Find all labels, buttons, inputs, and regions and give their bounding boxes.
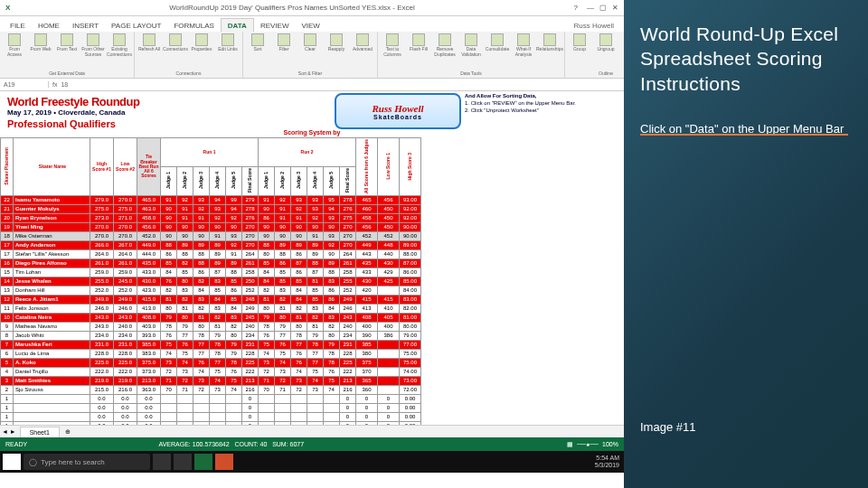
tab-page-layout[interactable]: PAGE LAYOUT bbox=[105, 19, 167, 32]
table-row[interactable]: 3Matt Smithies219.0219.0213.071727374752… bbox=[1, 377, 421, 386]
ribbon-button[interactable] bbox=[8, 33, 21, 46]
tab-view[interactable]: VIEW bbox=[295, 19, 326, 32]
clock-time: 5:54 AM bbox=[595, 455, 619, 462]
fx-icon[interactable]: fx bbox=[49, 81, 61, 88]
ribbon-button[interactable] bbox=[113, 33, 126, 46]
sheet-tab[interactable]: Sheet1 bbox=[20, 427, 60, 437]
task-icon[interactable] bbox=[174, 454, 192, 470]
table-row[interactable]: 10.00.00.000000.00 bbox=[1, 404, 421, 413]
table-row[interactable]: 10.00.00.000000.00 bbox=[1, 422, 421, 426]
ribbon-button[interactable] bbox=[491, 33, 504, 46]
ribbon-button-label: Filter bbox=[278, 46, 288, 52]
ribbon-button[interactable] bbox=[195, 33, 208, 46]
ribbon-button[interactable] bbox=[278, 33, 290, 46]
table-row[interactable]: 17Andy Anderson266.0267.0449.08889898992… bbox=[1, 241, 421, 250]
formula-bar[interactable]: A19 fx 18 bbox=[0, 79, 624, 91]
ribbon-button[interactable] bbox=[599, 33, 612, 46]
table-row[interactable]: 15Tim Lohan259.0259.0433.084858687882588… bbox=[1, 268, 421, 277]
ribbon-button[interactable] bbox=[439, 33, 451, 46]
ribbon-button[interactable] bbox=[330, 33, 343, 46]
zoom-slider[interactable]: ──●── bbox=[577, 441, 599, 447]
table-row[interactable]: 11Felix Jonsson246.0246.0413.08081828384… bbox=[1, 305, 421, 314]
sheet-tab-bar[interactable]: ◄ ► Sheet1 ⊕ bbox=[0, 425, 624, 437]
table-row[interactable]: 12Reece A. Jitiam1249.0249.0415.08182838… bbox=[1, 296, 421, 305]
ribbon-button[interactable] bbox=[143, 33, 156, 46]
status-count: COUNT: 40 bbox=[234, 441, 267, 447]
task-icon[interactable] bbox=[153, 454, 171, 470]
table-row[interactable]: 9Matheas Navarro243.0240.0403.0787980818… bbox=[1, 323, 421, 332]
table-row[interactable]: 5A. Koko225.0225.0375.073747677782257374… bbox=[1, 359, 421, 368]
ribbon-button[interactable] bbox=[573, 33, 586, 46]
table-row[interactable]: 7Marushka Feri231.0231.0385.075767778792… bbox=[1, 341, 421, 350]
ribbon-button-label: Refresh All bbox=[138, 46, 160, 52]
system-clock[interactable]: 5:54 AM 5/3/2019 bbox=[595, 455, 621, 468]
status-ready: READY bbox=[5, 441, 27, 447]
search-placeholder: Type here to search bbox=[41, 458, 105, 466]
ribbon-button-label: Existing Connections bbox=[107, 46, 132, 57]
table-row[interactable]: 13Donham Hill252.0252.0423.0828384858625… bbox=[1, 286, 421, 296]
ribbon-button-label: From Access bbox=[3, 46, 26, 57]
task-icon[interactable] bbox=[215, 454, 233, 470]
table-row[interactable]: 20Ryan Brynelson273.0271.0458.0909191929… bbox=[1, 214, 421, 223]
image-label: Image #11 bbox=[640, 420, 695, 434]
ribbon-button[interactable] bbox=[543, 33, 556, 46]
ribbon-button-label: Relationships bbox=[536, 46, 563, 52]
formula-value[interactable]: 18 bbox=[61, 81, 68, 88]
table-row[interactable]: 21Guenter Mokulys275.0275.0463.090919293… bbox=[1, 205, 421, 214]
table-row[interactable]: 16Diego Pires Alfonso261.0261.0435.08582… bbox=[1, 259, 421, 268]
ribbon-button[interactable] bbox=[169, 33, 182, 46]
task-icon[interactable] bbox=[194, 454, 212, 470]
maximize-icon[interactable]: ▢ bbox=[599, 4, 607, 12]
ribbon-button[interactable] bbox=[222, 33, 234, 46]
ribbon-button[interactable] bbox=[61, 33, 73, 46]
table-row[interactable]: 22Isamu Yamamoto279.0270.0465.0919293949… bbox=[1, 196, 421, 205]
search-box[interactable]: ◯ Type here to search bbox=[24, 454, 150, 470]
table-row[interactable]: 2Sjo Strouss215.0216.0363.07071727374216… bbox=[1, 386, 421, 395]
ribbon-button[interactable] bbox=[356, 33, 369, 46]
table-row[interactable]: 14Jesse Whalen255.0245.0430.076808283852… bbox=[1, 277, 421, 286]
ribbon-button[interactable] bbox=[251, 33, 264, 46]
ribbon-button-label: Remove Duplicates bbox=[433, 46, 457, 57]
status-avg: AVERAGE: 100.5736842 bbox=[159, 441, 230, 447]
add-sheet-icon[interactable]: ⊕ bbox=[60, 428, 76, 436]
user-label[interactable]: Russ Howell bbox=[568, 19, 620, 32]
ribbon-button[interactable] bbox=[412, 33, 425, 46]
ribbon-button[interactable] bbox=[87, 33, 99, 46]
table-row[interactable]: 4Daniel Trujillo222.0222.0373.0727374757… bbox=[1, 368, 421, 377]
table-row[interactable]: 18Mike Osterman270.0270.0452.09090909193… bbox=[1, 232, 421, 241]
ribbon-button-label: From Web bbox=[30, 46, 51, 52]
tab-file[interactable]: FILE bbox=[4, 19, 32, 32]
worksheet[interactable]: World Freestyle Roundup May 17, 2019 • C… bbox=[0, 91, 624, 425]
name-box[interactable]: A19 bbox=[4, 81, 49, 88]
ribbon-button-label: Group bbox=[573, 46, 586, 52]
ribbon-button[interactable] bbox=[517, 33, 530, 46]
tab-review[interactable]: REVIEW bbox=[254, 19, 296, 32]
tab-data[interactable]: DATA bbox=[221, 18, 254, 32]
ribbon-button[interactable] bbox=[386, 33, 399, 46]
help-icon[interactable]: ? bbox=[574, 4, 578, 12]
tab-insert[interactable]: INSERT bbox=[66, 19, 105, 32]
table-row[interactable]: 10Catalina Neira243.0243.0408.0798081828… bbox=[1, 314, 421, 323]
windows-taskbar[interactable]: ◯ Type here to search 5:54 AM 5/3/2019 bbox=[0, 451, 624, 473]
ribbon-button[interactable] bbox=[34, 33, 47, 46]
table-row[interactable]: 10.00.00.000000.00 bbox=[1, 413, 421, 422]
minimize-icon[interactable]: — bbox=[587, 4, 594, 12]
view-icon[interactable]: ▦ bbox=[567, 441, 573, 448]
ribbon-button[interactable] bbox=[304, 33, 316, 46]
close-icon[interactable]: ✕ bbox=[612, 4, 618, 12]
tab-home[interactable]: HOME bbox=[32, 19, 66, 32]
tab-formulas[interactable]: FORMULAS bbox=[167, 19, 220, 32]
ribbon-button[interactable] bbox=[465, 33, 477, 46]
ribbon-button-label: Consolidate bbox=[486, 46, 509, 52]
start-icon[interactable] bbox=[3, 454, 21, 470]
ribbon-button-label: Edit Links bbox=[218, 46, 238, 52]
table-row[interactable]: 19Yiwei Ming270.0270.0456.09090909090270… bbox=[1, 223, 421, 232]
table-row[interactable]: 6Lucio de Lima228.0228.0383.074757778792… bbox=[1, 350, 421, 359]
score-table[interactable]: Skater PlacementSkater NameHigh Score #1… bbox=[0, 137, 421, 425]
status-sum: SUM: 6077 bbox=[272, 441, 304, 447]
table-row[interactable]: 10.00.00.000000.00 bbox=[1, 395, 421, 404]
logo-name: Russ Howell bbox=[372, 103, 423, 114]
table-row[interactable]: 8Jacob Whitt234.0234.0393.07677787980234… bbox=[1, 332, 421, 341]
table-row[interactable]: 17Stefan "Lillis" Akesson264.0264.0444.0… bbox=[1, 250, 421, 259]
ribbon-button-label: Clear bbox=[305, 46, 316, 52]
